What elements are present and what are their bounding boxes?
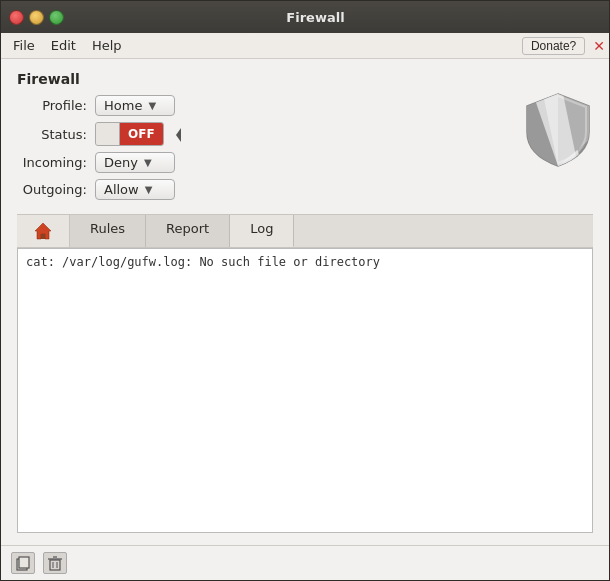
content-area: Firewall Profile: Home ▼ Status: OFF	[1, 59, 609, 545]
incoming-row: Incoming: Deny ▼	[17, 152, 503, 173]
svg-rect-7	[50, 560, 60, 570]
window-title: Firewall	[70, 10, 561, 25]
maximize-button[interactable]	[49, 10, 64, 25]
status-label: Status:	[17, 127, 87, 142]
donate-area: Donate? ✕	[522, 37, 605, 55]
status-toggle[interactable]: OFF	[95, 122, 164, 146]
svg-rect-4	[41, 234, 45, 239]
help-menu[interactable]: Help	[84, 36, 130, 55]
close-icon[interactable]: ✕	[593, 38, 605, 54]
form-fields: Profile: Home ▼ Status: OFF	[17, 95, 503, 200]
incoming-label: Incoming:	[17, 155, 87, 170]
profile-dropdown[interactable]: Home ▼	[95, 95, 175, 116]
incoming-dropdown-arrow: ▼	[144, 157, 152, 168]
profile-row: Profile: Home ▼	[17, 95, 503, 116]
delete-icon[interactable]	[43, 552, 67, 574]
minimize-button[interactable]	[29, 10, 44, 25]
tabs-bar: Rules Report Log	[17, 214, 593, 248]
outgoing-value: Allow	[104, 182, 139, 197]
edit-menu[interactable]: Edit	[43, 36, 84, 55]
menubar: File Edit Help Donate? ✕	[1, 33, 609, 59]
titlebar: Firewall	[1, 1, 609, 33]
log-text: cat: /var/log/gufw.log: No such file or …	[26, 255, 380, 269]
toggle-off-label: OFF	[120, 123, 163, 145]
donate-button[interactable]: Donate?	[522, 37, 585, 55]
outgoing-row: Outgoing: Allow ▼	[17, 179, 503, 200]
section-title: Firewall	[17, 71, 593, 87]
svg-rect-6	[19, 557, 29, 568]
toggle-slider	[96, 123, 120, 145]
incoming-value: Deny	[104, 155, 138, 170]
cursor-icon	[176, 128, 181, 142]
outgoing-dropdown-arrow: ▼	[145, 184, 153, 195]
outgoing-dropdown[interactable]: Allow ▼	[95, 179, 175, 200]
home-icon	[33, 221, 53, 241]
bottom-bar	[1, 545, 609, 580]
incoming-dropdown[interactable]: Deny ▼	[95, 152, 175, 173]
main-window: Firewall File Edit Help Donate? ✕ Firewa…	[0, 0, 610, 581]
tab-report[interactable]: Report	[146, 215, 230, 247]
outgoing-label: Outgoing:	[17, 182, 87, 197]
tab-log[interactable]: Log	[230, 215, 294, 247]
shield-icon	[523, 90, 593, 170]
form-area: Profile: Home ▼ Status: OFF	[17, 95, 593, 200]
log-content: cat: /var/log/gufw.log: No such file or …	[17, 248, 593, 533]
file-menu[interactable]: File	[5, 36, 43, 55]
close-button[interactable]	[9, 10, 24, 25]
shield-area	[523, 90, 593, 173]
tab-rules[interactable]: Rules	[70, 215, 146, 247]
profile-value: Home	[104, 98, 142, 113]
profile-dropdown-arrow: ▼	[148, 100, 156, 111]
copy-icon[interactable]	[11, 552, 35, 574]
titlebar-buttons	[9, 10, 64, 25]
tab-home[interactable]	[17, 215, 70, 247]
status-row: Status: OFF	[17, 122, 503, 146]
profile-label: Profile:	[17, 98, 87, 113]
